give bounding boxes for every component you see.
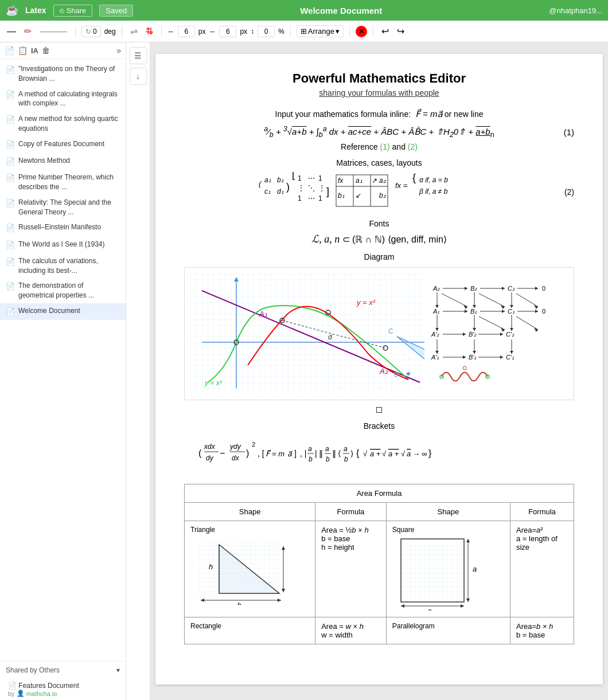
text-tool-btn[interactable]: ☰ <box>130 47 147 64</box>
rotate-btn[interactable]: ↻ 0 <box>81 26 101 37</box>
svg-text:c₁: c₁ <box>264 187 271 195</box>
svg-text:fx =: fx = <box>395 181 408 190</box>
svg-text:α  if, a = b: α if, a = b <box>419 176 448 184</box>
toolbar-separator-5 <box>349 26 350 37</box>
toolbar-dash-icon[interactable]: — <box>5 25 18 38</box>
list-item[interactable]: 📄 The World as I See It (1934) <box>0 237 126 253</box>
svg-marker-171 <box>282 589 285 592</box>
svg-text:⋮: ⋮ <box>298 184 305 192</box>
svg-marker-86 <box>535 310 538 313</box>
svg-marker-170 <box>282 546 285 550</box>
content-area: Powerful Mathematics Editor sharing your… <box>150 42 608 700</box>
svg-marker-92 <box>463 355 466 359</box>
inline-formula: F⃗ = ma⃗ <box>413 109 445 119</box>
width-input[interactable]: 6 <box>178 26 195 37</box>
fonts-formula: ℒ, a, n ⊂ (ℝ ∩ ℕ) ⟨gen, diff, min⟩ <box>184 233 574 245</box>
svg-text:]: ] <box>294 449 297 458</box>
table-title: Area Formula <box>185 484 574 503</box>
redo-icon[interactable]: ↪ <box>395 25 407 38</box>
list-item[interactable]: 📄 Prime Number Theorem, which describes … <box>0 170 126 195</box>
list-item[interactable]: 📄 A new method for solving quartic equat… <box>0 111 126 136</box>
doc-subtitle: sharing your formulas with people <box>184 88 574 97</box>
list-item[interactable]: 📄 "Investigations on the Theory of Brown… <box>0 61 126 87</box>
svg-text:⟨: ⟨ <box>338 449 341 458</box>
logo-icon: ☕ <box>6 4 18 17</box>
saved-button[interactable]: Saved <box>99 5 133 17</box>
svg-text:b₁: b₁ <box>277 176 284 184</box>
section-matrices: Matrices, cases, layouts <box>184 158 574 167</box>
svg-text:]: ] <box>326 186 329 197</box>
collapse-sidebar-icon[interactable]: » <box>116 46 121 55</box>
toolbar: — ✏ ——— ↻ 0 deg ⇌ ⇅ ↔ 6 px ↔ 6 px ↕ 0 % … <box>0 21 608 42</box>
toolbar-separator-2 <box>122 26 122 37</box>
toolbar-pen-icon[interactable]: ✏ <box>22 25 34 38</box>
svg-text:1: 1 <box>298 194 302 202</box>
svg-text:1: 1 <box>298 174 302 182</box>
svg-text:a: a <box>325 445 329 453</box>
copy-doc-icon[interactable]: 📋 <box>18 46 28 55</box>
svg-text:a: a <box>308 445 312 453</box>
delete-doc-icon[interactable]: 🗑 <box>42 46 50 55</box>
shape-parallelogram: Parallelogram <box>386 617 510 644</box>
arrow-v-icon: ↕ <box>251 28 254 36</box>
insert-tool-btn[interactable]: ↓ <box>130 68 147 85</box>
offset-input[interactable]: 0 <box>258 26 275 37</box>
shared-doc-by: by 👤 mathcha.io <box>8 690 120 697</box>
shape-rectangle: Rectangle <box>185 617 315 644</box>
list-item[interactable]: 📄 Copy of Features Document <box>0 136 126 153</box>
svg-text:y = x²: y = x² <box>356 298 376 307</box>
flip-v-icon[interactable]: ⇅ <box>143 25 155 38</box>
height-input[interactable]: 6 <box>219 26 236 37</box>
shape-square: Square <box>386 521 510 617</box>
svg-text:A₂: A₂ <box>379 367 388 376</box>
delete-button[interactable]: ✕ <box>356 26 367 37</box>
sidebar-top: 📄 📋 IA 🗑 » <box>0 42 126 59</box>
svg-text:b: b <box>309 455 313 463</box>
list-item-active[interactable]: 📄 Welcome Document <box>0 303 126 320</box>
col-formula2: Formula <box>510 503 574 521</box>
arrange-chevron-icon: ▾ <box>336 27 340 36</box>
svg-text:C'₂: C'₂ <box>506 331 515 338</box>
svg-marker-178 <box>401 604 404 608</box>
shared-header[interactable]: Shared by Others ▾ <box>0 662 126 679</box>
svg-text:h: h <box>209 562 213 571</box>
list-item[interactable]: 📄 Russell–Einstein Manifesto <box>0 220 126 236</box>
svg-text:, |: , | <box>300 449 306 458</box>
square-svg: a a <box>392 536 484 611</box>
svg-rect-172 <box>401 539 464 602</box>
svg-text:{: { <box>412 172 416 183</box>
svg-text:⋱: ⋱ <box>308 184 315 192</box>
document-title: Welcome Document <box>140 6 542 15</box>
matrices-svg: ( a₁ b₁ c₁ d₁ ) [ 1⋯1 ⋮⋱⋮ 1⋯1 ] <box>253 172 505 212</box>
table-row: Triangle <box>185 521 574 617</box>
arrange-button[interactable]: ⊞ Arrange ▾ <box>297 25 344 37</box>
shared-doc-item[interactable]: 📄 Features Document by 👤 mathcha.io <box>0 679 126 700</box>
diagram-container: A₁ y = x³ y = x² d A₂ <box>184 267 574 400</box>
svg-line-117 <box>516 294 538 307</box>
author-link[interactable]: mathcha.io <box>26 690 57 697</box>
col-formula1: Formula <box>315 503 387 521</box>
svg-text:a: a <box>473 565 477 573</box>
brackets-svg: ( xdx dy − ydy dx ) 2 , [ F⃗ = m a⃗ ] <box>196 436 563 471</box>
undo-icon[interactable]: ↩ <box>379 25 391 38</box>
svg-text:→ ∞: → ∞ <box>412 449 427 458</box>
list-item[interactable]: 📄 Relativity: The Special and the Genera… <box>0 195 126 220</box>
svg-marker-76 <box>465 287 467 290</box>
share-button[interactable]: ⎋ Share <box>53 5 93 17</box>
svg-text:b: b <box>344 455 348 463</box>
svg-text:): ) <box>286 181 290 193</box>
section-fonts: Fonts <box>184 219 574 228</box>
list-item[interactable]: 📄 The calculus of variations, including … <box>0 253 126 279</box>
svg-text:√: √ <box>401 449 406 458</box>
toolbar-line-icon[interactable]: ——— <box>37 25 69 38</box>
new-doc-icon[interactable]: 📄 <box>5 46 14 55</box>
flip-h-icon[interactable]: ⇌ <box>128 25 140 38</box>
doc-icon: 📄 <box>6 198 15 209</box>
toolbar-separator-6 <box>373 26 373 37</box>
svg-text:): ) <box>246 448 249 458</box>
svg-text:A'₂: A'₂ <box>431 331 439 338</box>
list-item[interactable]: 📄 A method of calculating integrals with… <box>0 87 126 112</box>
svg-text:A₁: A₁ <box>259 310 267 318</box>
list-item[interactable]: 📄 The demonstration of geometrical prope… <box>0 278 126 303</box>
list-item[interactable]: 📄 Newtons Method <box>0 153 126 170</box>
